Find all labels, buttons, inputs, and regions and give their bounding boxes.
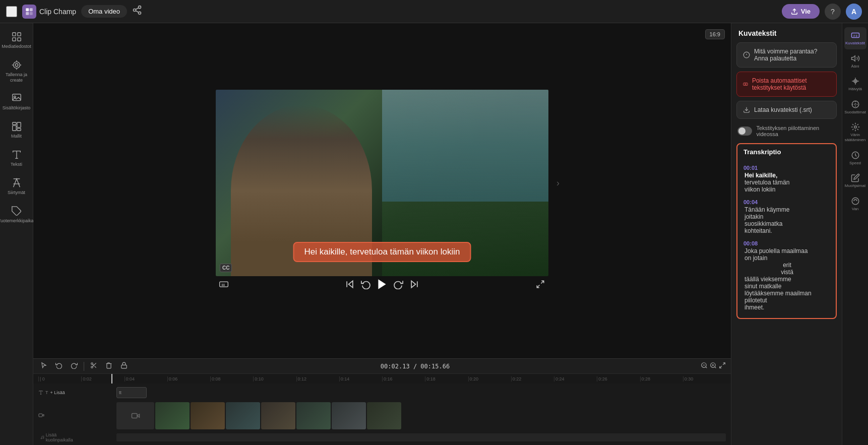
app-name-label: Clip Champ <box>39 8 76 16</box>
download-button[interactable]: Lataa kuvateksti (.srt) <box>736 101 837 119</box>
svg-rect-50 <box>39 414 42 417</box>
strip-item-aani[interactable]: Ääni <box>844 50 866 73</box>
sidebar-item-sisaltokirjasto[interactable]: Sisältökirjasto <box>2 89 31 115</box>
fullscreen-button[interactable] <box>532 276 548 292</box>
sidebar-item-teksti[interactable]: Teksti <box>2 145 31 171</box>
svg-marker-31 <box>411 281 415 287</box>
ruler-mark-02: 0:02 <box>81 376 124 382</box>
transcript-word-0-1[interactable]: tervetuloa tämän <box>743 179 830 186</box>
transcript-word-2-5[interactable]: sinut matkalle <box>743 283 830 290</box>
transcript-word-0-0[interactable]: Hei kaikille, <box>743 172 830 179</box>
video-thumbnails <box>116 402 726 429</box>
transcript-word-2-3[interactable]: vistä <box>743 269 830 276</box>
select-tool-button[interactable] <box>38 361 49 371</box>
sidebar-item-tallenna[interactable]: Tallenna ja create <box>2 55 31 87</box>
transcript-word-1-0[interactable]: Tänään käymme <box>743 206 830 213</box>
transcript-header: Transkriptio <box>737 144 836 160</box>
strip-item-speed[interactable]: Speed <box>844 147 866 169</box>
ruler-marks: | 0 0:02 0:04 0:06 0:08 0:10 0:12 0:14 0… <box>38 376 726 382</box>
strip-item-haivyta[interactable]: Häivytä <box>844 73 866 95</box>
feedback-button[interactable]: Mitä voimme parantaa?Anna palautetta <box>736 42 837 68</box>
ruler-mark-06: 0:06 <box>167 376 210 382</box>
strip-item-varin[interactable]: Värin säätäminen <box>844 119 866 146</box>
skip-forward-button[interactable] <box>406 276 422 292</box>
svg-point-67 <box>852 198 859 205</box>
strip-label-kuvatekstit: Kuvatekstit <box>845 41 865 46</box>
ruler-mark-0: | 0 <box>38 376 81 382</box>
delete-button[interactable] <box>103 361 114 371</box>
play-button[interactable] <box>374 276 390 292</box>
svg-rect-10 <box>12 33 15 36</box>
playhead[interactable] <box>111 374 112 384</box>
skip-back-button[interactable] <box>342 276 358 292</box>
video-thumb-0[interactable] <box>116 402 154 429</box>
sidebar-item-mediatiedostot[interactable]: Mediatiedostot <box>2 27 31 53</box>
share-button[interactable] <box>132 5 142 18</box>
strip-item-suodattimat[interactable]: Suodattimat <box>844 96 866 118</box>
video-thumb-4[interactable] <box>261 402 295 429</box>
transcript-word-1-2[interactable]: suosikkimatka <box>743 220 830 227</box>
hamburger-menu-button[interactable] <box>6 6 17 17</box>
svg-point-6 <box>139 12 141 14</box>
svg-rect-11 <box>17 33 20 36</box>
text-track-item[interactable]: tt <box>116 387 147 398</box>
remove-captions-button[interactable]: Poista automaattiset tekstitykset käytös… <box>736 72 837 97</box>
svg-point-35 <box>91 363 93 365</box>
far-right-strip: Kuvatekstit Ääni Häivytä Suodatt <box>842 23 868 445</box>
transcript-word-2-8[interactable]: ihmeet. <box>743 304 830 311</box>
left-sidebar: Mediatiedostot Tallenna ja create Sisält… <box>0 23 33 445</box>
strip-item-muohjaimat[interactable]: Muohjaimat <box>844 170 866 192</box>
video-track-content <box>79 402 726 429</box>
caption-visibility-toggle[interactable] <box>737 126 752 136</box>
export-button[interactable]: Vie <box>782 4 820 19</box>
video-track-label <box>38 412 79 419</box>
zoom-out-button[interactable] <box>701 362 708 370</box>
ruler-mark-16: 0:16 <box>382 376 425 382</box>
transcript-word-0-2[interactable]: viikon lokiin <box>743 186 830 193</box>
ruler-mark-18: 0:18 <box>425 376 468 382</box>
transcript-word-1-1[interactable]: joitakin <box>743 213 830 220</box>
redo-button[interactable] <box>69 361 80 371</box>
strip-label-varin: Värin säätäminen <box>845 133 865 142</box>
video-thumb-1[interactable] <box>155 402 190 429</box>
project-name-button[interactable]: Oma video <box>81 5 127 18</box>
lock-button[interactable] <box>118 361 130 371</box>
strip-label-suodattimat: Suodattimat <box>844 110 866 115</box>
help-button[interactable]: ? <box>825 4 841 20</box>
toolbar-divider <box>84 362 84 371</box>
svg-point-53 <box>43 437 44 438</box>
zoom-in-button[interactable] <box>710 362 717 370</box>
video-thumb-7[interactable] <box>367 402 401 429</box>
transcript-word-2-1[interactable]: on jotain <box>743 255 830 262</box>
sidebar-item-siirtymat[interactable]: Siirtymät <box>2 173 31 200</box>
video-thumb-5[interactable] <box>296 402 331 429</box>
sidebar-item-mallit[interactable]: Mallit <box>2 117 31 143</box>
profile-button[interactable]: A <box>846 4 862 20</box>
strip-label-aani: Ääni <box>851 64 859 69</box>
download-label: Lataa kuvateksti (.srt) <box>754 106 812 113</box>
transcript-word-2-2[interactable]: erit <box>743 262 830 269</box>
cut-button[interactable] <box>88 361 99 371</box>
sidebar-item-tuotemerkkipaikat[interactable]: Tuotemerkkipaikat <box>2 202 31 228</box>
transcript-word-2-7[interactable]: piilotetut <box>743 297 830 304</box>
fit-timeline-button[interactable] <box>719 362 726 370</box>
video-thumb-3[interactable] <box>226 402 260 429</box>
topbar: Clip Champ Oma video Vie ? A <box>0 0 868 23</box>
svg-rect-13 <box>17 38 20 41</box>
audio-track-row: Lisää kuolinpaikalla <box>33 432 731 443</box>
transcript-word-2-0[interactable]: Joka puolella maailmaa <box>743 247 830 255</box>
transcript-word-2-6[interactable]: löytääksemme maailman <box>743 290 830 297</box>
strip-item-van[interactable]: Van <box>844 193 866 215</box>
transcript-word-1-3[interactable]: kohteitani. <box>743 227 830 234</box>
transcript-content: 00:01 Hei kaikille, tervetuloa tämän vii… <box>737 160 836 318</box>
transcript-word-2-4[interactable]: täällä vieksemme <box>743 276 830 283</box>
rewind-button[interactable] <box>358 276 374 292</box>
video-thumb-2[interactable] <box>191 402 225 429</box>
forward-button[interactable] <box>390 276 406 292</box>
strip-item-kuvatekstit[interactable]: Kuvatekstit <box>844 27 866 49</box>
video-thumb-6[interactable] <box>332 402 366 429</box>
svg-marker-28 <box>349 281 353 287</box>
cc-toggle-button[interactable] <box>216 276 232 292</box>
panel-expand-arrow[interactable]: › <box>556 177 560 188</box>
undo-button[interactable] <box>53 361 65 371</box>
